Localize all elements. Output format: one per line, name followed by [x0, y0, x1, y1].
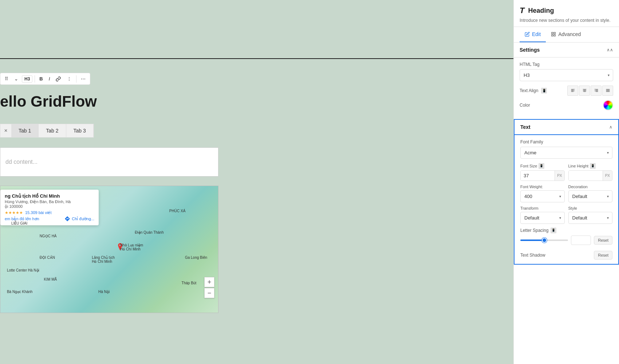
- map-controls: + −: [204, 277, 214, 298]
- text-section-collapse-icon: ∧: [609, 124, 612, 130]
- line-height-device-icon[interactable]: 📱: [590, 163, 596, 169]
- decoration-select-wrapper: Default Underline Overline Line-through …: [568, 190, 613, 202]
- map-label-ngoc: NGỌC HÀ: [40, 234, 57, 238]
- transform-select[interactable]: Default Uppercase Lowercase Capitalize: [520, 212, 565, 224]
- settings-section-content: HTML Tag H3 H1 H2 H4 H5 H6 p div span ▾: [514, 58, 619, 119]
- map-label-phucxa: PHÚC XÁ: [169, 209, 185, 213]
- reviews-link[interactable]: 15.309 bài viết: [25, 210, 51, 215]
- style-group: Style Default Normal Italic Oblique ▾: [568, 206, 613, 224]
- letter-spacing-device-icon[interactable]: 📱: [551, 228, 556, 233]
- color-label: Color: [520, 103, 530, 108]
- letter-spacing-reset-button[interactable]: Reset: [594, 236, 612, 245]
- content-placeholder: dd content...: [5, 159, 38, 165]
- html-tag-label: HTML Tag: [520, 62, 613, 67]
- map-placeholder: ng Chủ tịch Hồ Chí Minh Hùng Vương, Điện…: [0, 186, 218, 313]
- text-shadow-reset-button[interactable]: Reset: [594, 251, 612, 260]
- map-label-lieu: LIỄU GIAI: [11, 221, 27, 225]
- decoration-group: Decoration Default Underline Overline Li…: [568, 185, 613, 202]
- svg-rect-14: [583, 92, 586, 92]
- svg-rect-6: [552, 35, 553, 36]
- letter-spacing-value-input[interactable]: [571, 236, 591, 245]
- decoration-select[interactable]: Default Underline Overline Line-through: [568, 190, 613, 202]
- toolbar-divider-1: [35, 75, 35, 83]
- align-justify-button[interactable]: [602, 86, 613, 96]
- panel-tab-bar: Edit Advanced: [514, 27, 619, 43]
- place-address: Hùng Vương, Điện Bàn, Ba Đình, Hà ội 100…: [5, 199, 94, 209]
- svg-rect-20: [606, 90, 610, 90]
- font-weight-label: Font Weight:: [520, 185, 565, 189]
- drag-handle-button[interactable]: ⠿: [3, 75, 11, 83]
- directions-link[interactable]: Chỉ đường...: [72, 217, 94, 221]
- font-size-group: Font Size 📱 PX: [520, 163, 565, 181]
- link-button[interactable]: [54, 75, 63, 83]
- align-right-button[interactable]: [591, 86, 602, 96]
- panel-body: Settings ∧ HTML Tag H3 H1 H2 H4 H5 H6 p …: [514, 43, 619, 364]
- advanced-icon: [551, 32, 556, 37]
- content-box[interactable]: dd content...: [0, 147, 218, 177]
- map-label-ga: Ga Long Biên: [185, 256, 207, 260]
- tab-1[interactable]: Tab 1: [11, 124, 39, 137]
- text-align-device-icon[interactable]: 📱: [541, 88, 547, 94]
- tab-2[interactable]: Tab 2: [39, 124, 66, 137]
- zoom-out-button[interactable]: −: [204, 288, 214, 298]
- svg-rect-13: [583, 91, 586, 91]
- svg-rect-17: [594, 91, 598, 91]
- editor-toolbar: ⠿ ⌄ H3 B I ⋯: [0, 73, 90, 85]
- svg-rect-11: [583, 89, 586, 90]
- directions-icon: [64, 216, 70, 222]
- map-label-lotte: Lotte Center Hà Nội: [7, 268, 39, 272]
- align-center-button[interactable]: [579, 86, 590, 96]
- map-label-hanoi: Hà Nội: [98, 290, 110, 294]
- map-directions: em bản đồ lớn hơn Chỉ đường...: [5, 216, 94, 222]
- tab-edit[interactable]: Edit: [520, 27, 546, 42]
- font-size-line-height-row: Font Size 📱 PX Line Height 📱: [520, 163, 612, 181]
- tab-advanced[interactable]: Advanced: [546, 27, 586, 42]
- style-select[interactable]: Default Normal Italic Oblique: [568, 212, 613, 224]
- align-btn-group: [567, 86, 613, 96]
- svg-rect-22: [606, 92, 610, 92]
- style-label: Style: [568, 206, 613, 210]
- map-info-card: ng Chủ tịch Hồ Chí Minh Hùng Vương, Điện…: [0, 190, 99, 225]
- line-height-input-wrapper: PX: [568, 170, 613, 181]
- font-weight-select[interactable]: 400 100 200 300 500 600 700 800 900: [520, 190, 565, 202]
- map-label-dien: Điện Quán Thánh: [135, 230, 163, 234]
- map-label-doi: ĐỘI CẦN: [40, 256, 55, 260]
- text-shadow-row: Text Shadow Reset: [520, 249, 612, 260]
- toolbar-divider-2: [76, 75, 76, 83]
- line-height-input[interactable]: [569, 171, 603, 181]
- svg-rect-9: [571, 91, 575, 91]
- tab-advanced-label: Advanced: [558, 31, 581, 37]
- more-options-button[interactable]: [64, 75, 74, 83]
- svg-rect-10: [571, 92, 573, 92]
- zoom-in-button[interactable]: +: [204, 277, 214, 287]
- settings-section-header[interactable]: Settings ∧: [514, 43, 619, 58]
- font-weight-select-wrapper: 400 100 200 300 500 600 700 800 900 ▾: [520, 190, 565, 202]
- collapse-button[interactable]: ⌄: [12, 75, 20, 83]
- color-swatch[interactable]: [603, 100, 613, 110]
- bold-button[interactable]: B: [37, 75, 45, 83]
- panel-header: T Heading Introduce new sections of your…: [514, 0, 619, 27]
- font-size-input[interactable]: [521, 171, 555, 181]
- align-left-button[interactable]: [567, 86, 578, 96]
- text-section-header[interactable]: Text ∧: [514, 119, 619, 135]
- letter-spacing-slider[interactable]: [520, 240, 568, 241]
- html-tag-display[interactable]: H3: [22, 75, 32, 83]
- style-select-wrapper: Default Normal Italic Oblique ▾: [568, 212, 613, 224]
- edit-icon: [525, 32, 530, 37]
- settings-title: Settings: [520, 47, 540, 53]
- map-label-lang: Lăng Chủ tịchHồ Chí Minh: [92, 256, 115, 264]
- html-tag-select[interactable]: H3 H1 H2 H4 H5 H6 p div span: [520, 69, 613, 81]
- italic-button[interactable]: I: [47, 75, 52, 83]
- stars: ★★★★★: [5, 210, 23, 215]
- tab-close-button[interactable]: ✕: [0, 125, 11, 136]
- svg-rect-12: [583, 90, 586, 90]
- text-align-row: Text Align 📱: [520, 86, 613, 96]
- font-family-select[interactable]: Acme Arial Roboto Georgia: [520, 147, 612, 159]
- tab-3[interactable]: Tab 3: [66, 124, 94, 137]
- more-button[interactable]: ⋯: [79, 75, 88, 83]
- map-link[interactable]: em bản đồ lớn hơn: [5, 217, 39, 221]
- font-family-label: Font Family: [520, 139, 612, 145]
- heading-widget-icon: T: [520, 6, 524, 15]
- line-height-unit: PX: [603, 171, 612, 181]
- font-size-device-icon[interactable]: 📱: [539, 163, 544, 169]
